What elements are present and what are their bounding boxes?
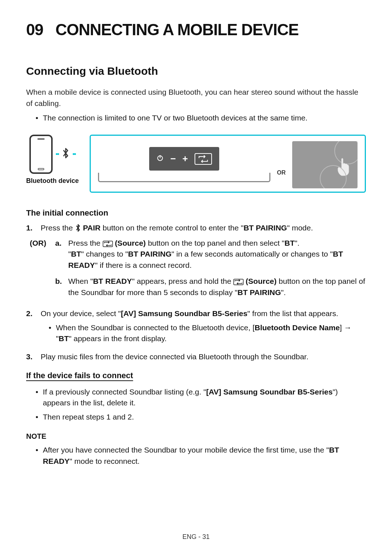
step-2: 2. On your device, select "[AV] Samsung … — [26, 308, 366, 347]
section-intro: When a mobile device is connected using … — [26, 87, 366, 109]
initial-connection-heading: The initial connection — [26, 207, 366, 219]
step-3: 3. Play music files from the device conn… — [26, 351, 366, 362]
or-tag: (OR) — [30, 238, 49, 303]
minus-icon: − — [170, 152, 176, 166]
bluetooth-device-figure: •• •• Bluetooth device — [26, 135, 79, 185]
limit-bullet: The connection is limited to one TV or t… — [36, 113, 366, 123]
diagram-or-label: OR — [277, 168, 286, 177]
signal-dots-left-icon: •• — [56, 150, 59, 159]
power-icon — [156, 154, 164, 164]
source-inline-icon — [103, 241, 113, 247]
source-icon — [195, 153, 212, 165]
plus-icon: + — [183, 152, 188, 166]
diagram-row: •• •• Bluetooth device − + OR — [26, 135, 366, 193]
soundbar-figure: − + OR — [90, 135, 366, 193]
step-2-bullet: When the Soundbar is connected to the Bl… — [49, 322, 366, 344]
phone-icon — [29, 135, 53, 174]
chapter-number: 09 — [26, 21, 43, 38]
or-block: (OR) a. Press the (Source) button on the… — [30, 238, 366, 303]
step-1: 1. Press the PAIR button on the remote c… — [26, 222, 366, 233]
chapter-title: 09 CONNECTING A MOBILE DEVICE — [26, 18, 366, 41]
step-b: b. When "BT READY" appears, press and ho… — [55, 276, 366, 298]
bluetooth-device-caption: Bluetooth device — [26, 176, 79, 185]
fails-bullet-1: If a previously connected Soundbar listi… — [36, 387, 366, 409]
hand-tap-icon — [334, 156, 352, 184]
svg-rect-3 — [234, 279, 244, 285]
note-heading: NOTE — [26, 431, 366, 442]
bluetooth-pair-icon — [75, 224, 81, 232]
fails-bullet-2: Then repeat steps 1 and 2. — [36, 412, 366, 422]
bluetooth-icon — [62, 147, 70, 162]
section-title: Connecting via Bluetooth — [26, 63, 366, 79]
step-a: a. Press the (Source) button on the top … — [55, 238, 366, 271]
page-footer: ENG - 31 — [0, 532, 392, 541]
fails-heading: If the device fails to connect — [26, 370, 366, 381]
soundbar-top-panel: − + — [149, 147, 219, 171]
svg-rect-2 — [103, 241, 113, 246]
chapter-name: CONNECTING A MOBILE DEVICE — [56, 21, 299, 38]
soundbar-body-icon — [98, 173, 270, 182]
touch-panel-figure — [292, 141, 358, 188]
source-inline-icon — [233, 279, 244, 285]
note-bullet-1: After you have connected the Soundbar to… — [36, 445, 366, 467]
signal-dots-right-icon: •• — [73, 150, 76, 159]
